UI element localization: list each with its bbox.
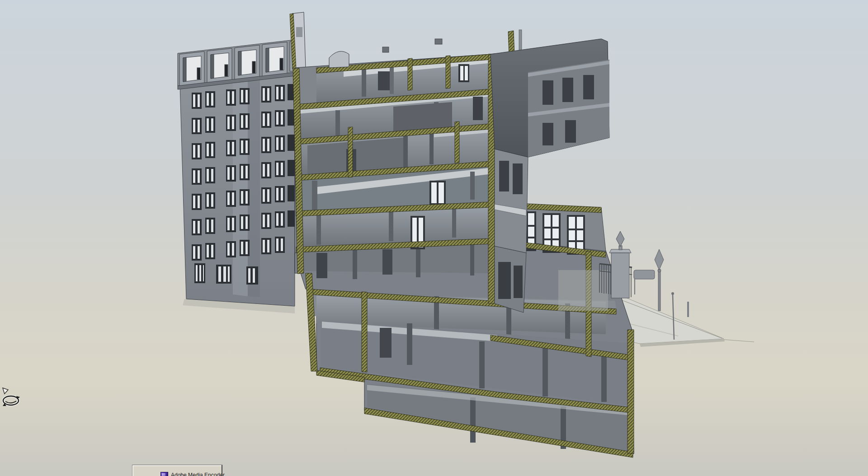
adobe-media-encoder-dialog[interactable]: Adobe Media Encoder <box>132 465 222 476</box>
dialog-title: Adobe Media Encoder <box>171 472 225 476</box>
facade-building <box>178 40 295 313</box>
adobe-media-encoder-icon <box>160 472 168 476</box>
screen: { "viewport": { "kind": "3d-model-viewpo… <box>0 0 868 476</box>
roof-shaft <box>290 12 306 69</box>
model-viewport-canvas[interactable] <box>0 0 868 476</box>
hedge-mass <box>558 270 608 311</box>
